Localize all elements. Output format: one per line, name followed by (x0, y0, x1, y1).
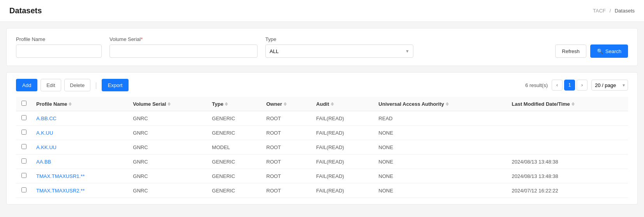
datasets-table: Profile Name Volume Serial (16, 97, 628, 198)
cell-volume-serial: GNRC (128, 169, 207, 183)
table-row: A.KK.UU GNRC MODEL ROOT FAIL(READ) NONE (16, 140, 628, 155)
cell-owner: ROOT (262, 126, 312, 140)
col-universal-access[interactable]: Universal Access Authority (374, 97, 507, 111)
cell-universal-access: NONE (374, 126, 507, 140)
breadcrumb-parent[interactable]: TACF (593, 8, 606, 14)
cell-last-modified: 2024/08/13 13:48:38 (507, 169, 628, 183)
cell-owner: ROOT (262, 169, 312, 183)
col-audit[interactable]: Audit (312, 97, 374, 111)
cell-universal-access: NONE (374, 155, 507, 169)
col-owner[interactable]: Owner (262, 97, 312, 111)
toolbar-divider: | (95, 81, 97, 89)
cell-volume-serial: GNRC (128, 126, 207, 140)
table-row: TMAX.TMAXUSR1.** GNRC GENERIC ROOT FAIL(… (16, 169, 628, 183)
sort-profile-name-icon (69, 102, 72, 106)
sort-owner-icon (284, 102, 287, 106)
cell-profile-name[interactable]: AA.BB (32, 155, 128, 169)
volume-serial-input[interactable] (109, 44, 258, 58)
page-header: Datasets TACF / Datasets (0, 0, 644, 22)
cell-type: MODEL (207, 140, 261, 155)
toolbar-right: 6 result(s) ‹ 1 › 20 / page 50 / page 10… (525, 80, 628, 91)
cell-last-modified: 2024/08/13 13:48:38 (507, 155, 628, 169)
cell-audit: FAIL(READ) (312, 126, 374, 140)
row-checkbox[interactable] (21, 158, 26, 164)
col-last-modified[interactable]: Last Modified Date/Time (507, 97, 628, 111)
row-checkbox-cell[interactable] (16, 126, 32, 140)
table-row: AA.BB GNRC GENERIC ROOT FAIL(READ) NONE … (16, 155, 628, 169)
cell-last-modified (507, 126, 628, 140)
cell-last-modified: 2024/07/12 16:22:22 (507, 183, 628, 198)
cell-type: GENERIC (207, 155, 261, 169)
type-select[interactable]: ALL GENERIC MODEL TAPE (265, 44, 413, 58)
sort-type-icon (225, 102, 228, 106)
row-checkbox-cell[interactable] (16, 140, 32, 155)
toolbar: Add Edit Delete | Export 6 result(s) ‹ 1… (16, 79, 628, 91)
sort-universal-access-icon (446, 102, 449, 106)
row-checkbox-cell[interactable] (16, 183, 32, 198)
cell-profile-name[interactable]: A.KK.UU (32, 140, 128, 155)
col-type[interactable]: Type (207, 97, 261, 111)
cell-volume-serial: GNRC (128, 155, 207, 169)
profile-name-label: Profile Name (16, 36, 102, 42)
select-all-checkbox[interactable] (21, 101, 26, 106)
cell-volume-serial: GNRC (128, 140, 207, 155)
filter-actions: Refresh 🔍 Search (555, 44, 628, 58)
add-button[interactable]: Add (16, 79, 37, 91)
results-count: 6 result(s) (525, 82, 548, 88)
profile-name-input[interactable] (16, 44, 102, 58)
cell-last-modified (507, 140, 628, 155)
cell-universal-access: NONE (374, 140, 507, 155)
col-profile-name[interactable]: Profile Name (32, 97, 128, 111)
table-row: A.K.UU GNRC GENERIC ROOT FAIL(READ) NONE (16, 126, 628, 140)
cell-audit: FAIL(READ) (312, 140, 374, 155)
delete-button[interactable]: Delete (64, 79, 91, 91)
select-all-header[interactable] (16, 97, 32, 111)
cell-audit: FAIL(READ) (312, 183, 374, 198)
cell-audit: FAIL(READ) (312, 111, 374, 126)
cell-profile-name[interactable]: A.K.UU (32, 126, 128, 140)
cell-owner: ROOT (262, 155, 312, 169)
cell-type: GENERIC (207, 183, 261, 198)
volume-serial-group: Volume Serial* (109, 36, 258, 58)
page-1-button[interactable]: 1 (564, 80, 575, 91)
cell-universal-access: NONE (374, 169, 507, 183)
breadcrumb: TACF / Datasets (593, 8, 635, 14)
breadcrumb-current: Datasets (615, 8, 635, 14)
sort-audit-icon (331, 102, 334, 106)
cell-volume-serial: GNRC (128, 111, 207, 126)
cell-type: GENERIC (207, 111, 261, 126)
page-title: Datasets (9, 6, 42, 15)
cell-profile-name[interactable]: A.BB.CC (32, 111, 128, 126)
prev-page-button[interactable]: ‹ (552, 80, 563, 91)
cell-owner: ROOT (262, 140, 312, 155)
row-checkbox-cell[interactable] (16, 155, 32, 169)
export-button[interactable]: Export (102, 79, 129, 91)
cell-last-modified (507, 111, 628, 126)
search-button[interactable]: 🔍 Search (590, 44, 628, 58)
pagination: ‹ 1 › (552, 80, 588, 91)
table-row: TMAX.TMAXUSR2.** GNRC GENERIC ROOT FAIL(… (16, 183, 628, 198)
type-label: Type (265, 36, 413, 42)
row-checkbox[interactable] (21, 187, 26, 192)
cell-type: GENERIC (207, 126, 261, 140)
cell-profile-name[interactable]: TMAX.TMAXUSR1.** (32, 169, 128, 183)
cell-universal-access: NONE (374, 183, 507, 198)
sort-last-modified-icon (572, 102, 575, 106)
cell-profile-name[interactable]: TMAX.TMAXUSR2.** (32, 183, 128, 198)
col-volume-serial[interactable]: Volume Serial (128, 97, 207, 111)
cell-owner: ROOT (262, 111, 312, 126)
filter-section: Profile Name Volume Serial* Type ALL GEN… (6, 28, 638, 66)
table-section: Add Edit Delete | Export 6 result(s) ‹ 1… (6, 72, 638, 205)
table-row: A.BB.CC GNRC GENERIC ROOT FAIL(READ) REA… (16, 111, 628, 126)
row-checkbox[interactable] (21, 173, 26, 178)
row-checkbox[interactable] (21, 115, 26, 120)
row-checkbox[interactable] (21, 144, 26, 149)
next-page-button[interactable]: › (577, 80, 588, 91)
page-size-select[interactable]: 20 / page 50 / page 100 / page (591, 80, 628, 91)
row-checkbox[interactable] (21, 130, 26, 135)
row-checkbox-cell[interactable] (16, 169, 32, 183)
refresh-button[interactable]: Refresh (555, 44, 586, 58)
row-checkbox-cell[interactable] (16, 111, 32, 126)
edit-button[interactable]: Edit (41, 79, 61, 91)
toolbar-left: Add Edit Delete | Export (16, 79, 129, 91)
